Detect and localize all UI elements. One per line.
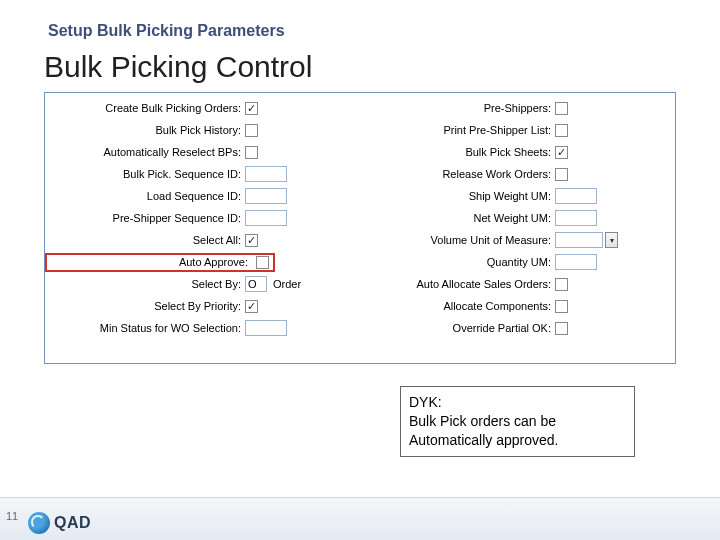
field-label: Pre-Shippers: [386,102,555,114]
form-row-left: Automatically Reselect BPs: [45,141,385,163]
page-number: 11 [6,510,18,522]
page-title: Bulk Picking Control [44,50,312,84]
field-label: Bulk Pick. Sequence ID: [46,168,245,180]
field-label: Bulk Pick Sheets: [386,146,555,158]
dyk-heading: DYK: [409,393,626,412]
form-row-left: Create Bulk Picking Orders: [45,97,385,119]
form-row-left: Select All: [45,229,385,251]
left-input-10[interactable] [245,320,287,336]
form-row-left: Select By:OOrder [45,273,385,295]
field-label: Load Sequence ID: [46,190,245,202]
form-row-right: Net Weight UM: [385,207,675,229]
field-label: Auto Approve: [53,256,252,268]
field-label: Print Pre-Shipper List: [386,124,555,136]
form-row-right: Ship Weight UM: [385,185,675,207]
dropdown-button-6[interactable] [605,232,618,248]
form-row-left: Auto Approve: [45,251,385,273]
right-input-7[interactable] [555,254,597,270]
left-input-5[interactable] [245,210,287,226]
form-row-right: Bulk Pick Sheets: [385,141,675,163]
form-row-right: Quantity UM: [385,251,675,273]
field-label: Create Bulk Picking Orders: [46,102,245,114]
form-row-left: Bulk Pick. Sequence ID: [45,163,385,185]
qad-logo: QAD [28,512,91,534]
left-checkbox-6[interactable] [245,234,258,247]
right-checkbox-0[interactable] [555,102,568,115]
left-input-3[interactable] [245,166,287,182]
right-checkbox-3[interactable] [555,168,568,181]
left-checkbox-0[interactable] [245,102,258,115]
left-extra-label-8: Order [273,278,301,290]
field-label: Net Weight UM: [386,212,555,224]
field-label: Pre-Shipper Sequence ID: [46,212,245,224]
logo-swirl-icon [28,512,50,534]
field-label: Automatically Reselect BPs: [46,146,245,158]
field-label: Ship Weight UM: [386,190,555,202]
field-label: Bulk Pick History: [46,124,245,136]
form-row-right: Release Work Orders: [385,163,675,185]
left-input-8[interactable]: O [245,276,267,292]
footer-bar [0,497,720,540]
form-row-right: Volume Unit of Measure: [385,229,675,251]
right-checkbox-1[interactable] [555,124,568,137]
field-label: Min Status for WO Selection: [46,322,245,334]
right-input-5[interactable] [555,210,597,226]
slide: Setup Bulk Picking Parameters Bulk Picki… [0,0,720,540]
form-row-left: Load Sequence ID: [45,185,385,207]
right-checkbox-9[interactable] [555,300,568,313]
left-checkbox-2[interactable] [245,146,258,159]
field-label: Select By: [46,278,245,290]
bulk-picking-control-form: Create Bulk Picking Orders:Pre-Shippers:… [44,92,676,364]
field-label: Volume Unit of Measure: [386,234,555,246]
field-label: Release Work Orders: [386,168,555,180]
right-checkbox-10[interactable] [555,322,568,335]
form-row-right: Allocate Components: [385,295,675,317]
field-label: Auto Allocate Sales Orders: [386,278,555,290]
left-input-4[interactable] [245,188,287,204]
left-checkbox-1[interactable] [245,124,258,137]
left-checkbox-9[interactable] [245,300,258,313]
form-row-right: Print Pre-Shipper List: [385,119,675,141]
field-label: Select All: [46,234,245,246]
form-row-left: Select By Priority: [45,295,385,317]
right-checkbox-2[interactable] [555,146,568,159]
form-row-right: Override Partial OK: [385,317,675,339]
form-row-right: Pre-Shippers: [385,97,675,119]
subtitle: Setup Bulk Picking Parameters [48,22,285,40]
logo-text: QAD [54,514,91,532]
field-label: Quantity UM: [386,256,555,268]
dyk-callout: DYK: Bulk Pick orders can be Automatical… [400,386,635,457]
dyk-line2: Automatically approved. [409,431,626,450]
field-label: Select By Priority: [46,300,245,312]
form-row-left: Bulk Pick History: [45,119,385,141]
right-input-4[interactable] [555,188,597,204]
auto-approve-checkbox[interactable] [256,256,269,269]
form-row-left: Pre-Shipper Sequence ID: [45,207,385,229]
form-row-right: Auto Allocate Sales Orders: [385,273,675,295]
field-label: Override Partial OK: [386,322,555,334]
field-label: Allocate Components: [386,300,555,312]
right-input-6[interactable] [555,232,603,248]
form-row-left: Min Status for WO Selection: [45,317,385,339]
right-checkbox-8[interactable] [555,278,568,291]
form-grid: Create Bulk Picking Orders:Pre-Shippers:… [45,93,675,339]
dyk-line1: Bulk Pick orders can be [409,412,626,431]
